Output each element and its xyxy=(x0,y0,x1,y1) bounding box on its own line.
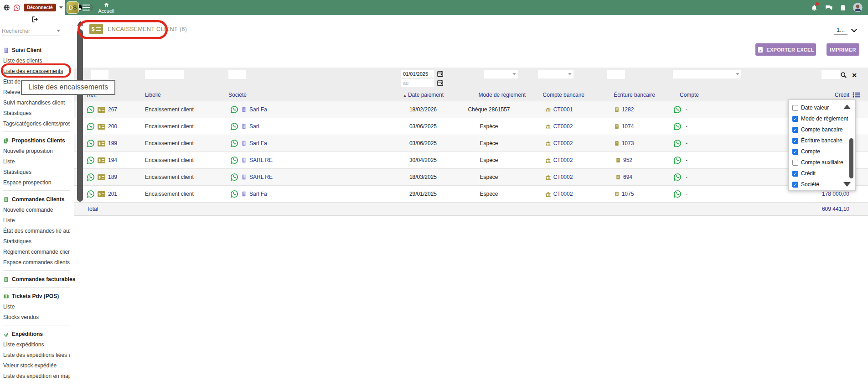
whatsapp-icon[interactable] xyxy=(673,139,682,147)
societe-link[interactable]: SARL RE xyxy=(249,174,273,180)
ref-link[interactable]: 194 xyxy=(108,157,117,163)
calendar-icon[interactable] xyxy=(437,79,444,86)
search-icon[interactable] xyxy=(840,72,847,78)
societe-link[interactable]: Sarl Fa xyxy=(249,191,267,197)
logout-icon[interactable] xyxy=(31,16,38,23)
ecriture-link[interactable]: 694 xyxy=(623,174,632,180)
ecriture-link[interactable]: 1282 xyxy=(622,106,634,113)
checkbox-unchecked[interactable]: ✓ xyxy=(792,160,798,166)
menu-toggle-icon[interactable] xyxy=(83,5,90,10)
col-header-libelle[interactable]: Libellé xyxy=(141,92,227,98)
page-selector[interactable]: 1... xyxy=(834,26,856,35)
ref-link[interactable]: 200 xyxy=(108,123,117,130)
filter-date-to-input[interactable] xyxy=(401,79,434,87)
filter-mode-select[interactable] xyxy=(484,70,518,78)
sidebar-item-valeur-stock[interactable]: Valeur stock expédiée xyxy=(3,360,70,371)
table-row[interactable]: $200 Encaissement client Sarl 03/06/2025… xyxy=(74,118,868,135)
sidebar-item-expedition-map[interactable]: Liste des expédition en map xyxy=(3,371,70,381)
whatsapp-icon[interactable] xyxy=(673,190,682,198)
compte-bancaire-link[interactable]: CT0001 xyxy=(553,106,573,113)
sidebar-item-espace-commandes[interactable]: Espace commandes clients xyxy=(3,257,70,267)
app-logo[interactable]: DS xyxy=(67,1,79,14)
ecriture-link[interactable]: 1074 xyxy=(622,123,634,130)
sidebar-item-nouvelle-proposition[interactable]: Nouvelle proposition xyxy=(3,146,70,156)
col-header-ecriture-bancaire[interactable]: Écriture bancaire xyxy=(589,92,659,98)
whatsapp-icon[interactable] xyxy=(230,122,238,131)
checkbox-checked[interactable]: ✓ xyxy=(792,182,798,188)
status-caret-icon[interactable] xyxy=(59,6,63,9)
whatsapp-icon[interactable] xyxy=(87,105,95,114)
table-row[interactable]: $267 Encaissement client Sarl Fa 18/02/2… xyxy=(74,101,868,118)
column-chooser-button[interactable] xyxy=(852,92,868,98)
filter-credit-input[interactable] xyxy=(822,70,840,79)
whatsapp-icon[interactable] xyxy=(673,105,682,114)
column-option-mode-reglement[interactable]: ✓Mode de règlement xyxy=(792,113,855,124)
table-row[interactable]: $201 Encaissement client Sarl Fa 29/01/2… xyxy=(74,186,868,203)
section-title[interactable]: Commandes facturables xyxy=(3,274,70,284)
sidebar-item-stocks-vendus[interactable]: Stocks vendus xyxy=(3,312,70,322)
sidebar-item-etat-commandes[interactable]: État des commandes lié aux ... xyxy=(3,225,70,236)
tab-accueil[interactable]: Accueil xyxy=(93,0,119,15)
search-caret-icon[interactable] xyxy=(57,30,60,32)
ref-link[interactable]: 267 xyxy=(108,106,117,113)
whatsapp-icon[interactable] xyxy=(230,173,238,181)
page-selector-value[interactable]: 1... xyxy=(834,26,847,35)
sidebar-item-suivi-marchandises[interactable]: Suivi marchandises client xyxy=(3,97,70,108)
sidebar-item-liste-commandes[interactable]: Liste xyxy=(3,215,70,225)
filter-ecriture-input[interactable] xyxy=(607,70,625,79)
checkbox-checked[interactable]: ✓ xyxy=(792,116,798,122)
ecriture-link[interactable]: 1073 xyxy=(622,140,634,146)
search-input[interactable] xyxy=(2,28,47,34)
col-header-mode[interactable]: Mode de règlement xyxy=(449,92,529,98)
whatsapp-icon[interactable] xyxy=(87,156,95,164)
sidebar-item-espace-prospection[interactable]: Espace prospection xyxy=(3,177,70,188)
filter-date-from-input[interactable] xyxy=(401,70,434,78)
sidebar-item-liste-expeditions[interactable]: Liste expéditions xyxy=(3,339,70,350)
column-option-compte[interactable]: ✓Compte xyxy=(792,146,855,157)
table-row[interactable]: $194 Encaissement client SARL RE 30/04/2… xyxy=(74,152,868,169)
whatsapp-icon[interactable] xyxy=(673,122,682,131)
column-option-compte-bancaire[interactable]: ✓Compte bancaire xyxy=(792,124,855,135)
sidebar-item-liste-tickets[interactable]: Liste xyxy=(3,301,70,312)
whatsapp-status-icon[interactable] xyxy=(13,4,21,11)
ref-link[interactable]: 201 xyxy=(108,191,117,197)
filter-compte-select[interactable] xyxy=(673,70,741,78)
export-excel-button[interactable]: EXPORTER EXCEL xyxy=(755,43,816,56)
whatsapp-icon[interactable] xyxy=(87,173,95,181)
calendar-icon[interactable] xyxy=(437,70,444,77)
column-option-ecriture-bancaire[interactable]: ✓Écriture bancaire xyxy=(792,135,855,146)
col-header-credit[interactable]: Crédit xyxy=(796,92,852,98)
whatsapp-icon[interactable] xyxy=(230,156,238,164)
ref-link[interactable]: 199 xyxy=(108,140,117,146)
filter-societe-input[interactable] xyxy=(228,70,246,79)
col-header-compte[interactable]: Compte xyxy=(659,92,796,98)
sidebar-item-liste-des-encaissements[interactable]: Liste des encaissements xyxy=(3,66,70,76)
clear-filters-icon[interactable]: ✕ xyxy=(852,72,857,79)
whatsapp-icon[interactable] xyxy=(87,190,95,198)
whatsapp-icon[interactable] xyxy=(673,173,682,181)
whatsapp-icon[interactable] xyxy=(230,190,238,198)
globe-icon[interactable] xyxy=(3,4,10,11)
checkbox-checked[interactable]: ✓ xyxy=(792,171,798,177)
checkbox-checked[interactable]: ✓ xyxy=(792,127,798,133)
ecriture-link[interactable]: 1075 xyxy=(622,191,634,197)
scrollbar-up-arrow[interactable] xyxy=(77,21,83,26)
col-header-date-paiement[interactable]: ▲Date paiement xyxy=(400,92,449,98)
checkbox-checked[interactable]: ✓ xyxy=(792,149,798,155)
whatsapp-icon[interactable] xyxy=(230,105,238,114)
column-option-credit[interactable]: ✓Crédit xyxy=(792,168,855,179)
table-row[interactable]: $199 Encaissement client Sarl Fa 03/06/2… xyxy=(74,135,868,152)
whatsapp-icon[interactable] xyxy=(673,156,682,164)
menu-scroll-up-icon[interactable] xyxy=(843,105,851,109)
societe-link[interactable]: Sarl Fa xyxy=(249,106,267,113)
col-header-societe[interactable]: Société xyxy=(227,92,400,98)
checkbox-checked[interactable]: ✓ xyxy=(792,138,798,144)
table-row[interactable]: $189 Encaissement client SARL RE 18/03/2… xyxy=(74,169,868,186)
filter-ref-input[interactable] xyxy=(91,70,108,79)
sidebar-item-statistiques[interactable]: Statistiques xyxy=(3,108,70,118)
societe-link[interactable]: Sarl Fa xyxy=(249,140,267,146)
sidebar-item-nouvelle-commande[interactable]: Nouvelle commande xyxy=(3,204,70,215)
compte-bancaire-link[interactable]: CT0002 xyxy=(553,140,573,146)
sidebar-item-expeditions-liees[interactable]: Liste des expéditions liées au... xyxy=(3,350,70,360)
whatsapp-icon[interactable] xyxy=(87,122,95,131)
